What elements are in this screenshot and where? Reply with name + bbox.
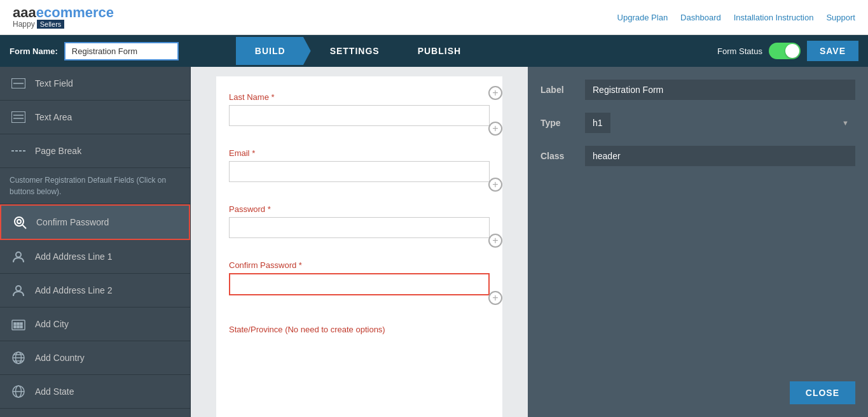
text-field-icon [10,74,27,92]
add-address-1-icon [10,248,27,265]
form-status-area: Form Status SAVE [717,41,858,61]
svg-point-9 [16,252,21,257]
add-address-1-label: Add Address Line 1 [35,251,112,262]
sidebar-section-text: Customer Registration Default Fields (Cl… [0,168,190,204]
svg-rect-13 [17,323,19,325]
tagline-happy: Happy [13,20,35,29]
tab-build[interactable]: BUILD [236,37,311,65]
label-field-input[interactable] [585,80,855,100]
confirm-password-input[interactable] [229,273,490,295]
sidebar-item-add-country[interactable]: Add Country [0,341,190,375]
add-address-2-label: Add Address Line 2 [35,285,112,295]
add-city-label: Add City [35,319,69,329]
form-inner: + Last Name * + Email * + Password * + [216,76,502,417]
top-navigation: aaaecommerce Happy Sellers Upgrade Plan … [0,0,868,35]
add-country-icon [10,349,27,367]
class-row: Class [541,146,855,166]
add-after-email-button[interactable]: + [488,178,502,192]
last-name-input[interactable] [229,105,490,126]
form-status-toggle[interactable] [769,43,801,59]
svg-point-10 [16,286,21,291]
form-field-email: Email * + [229,148,490,182]
sidebar-item-add-state[interactable]: Add State [0,375,190,409]
nav-links: Upgrade Plan Dashboard Installation Inst… [617,13,855,22]
text-field-label: Text Field [35,78,73,88]
sidebar-item-text-area[interactable]: Text Area [0,101,190,134]
support-link[interactable]: Support [826,13,855,22]
svg-rect-12 [14,323,16,325]
svg-rect-16 [17,326,19,328]
password-label: Password * [229,204,490,214]
add-country-label: Add Country [35,353,85,363]
installation-link[interactable]: Installation Instruction [734,13,814,22]
upgrade-plan-link[interactable]: Upgrade Plan [617,13,668,22]
svg-point-6 [15,217,24,226]
header-bar: Form Name: BUILD SETTINGS PUBLISH Form S… [0,35,868,67]
brand-ecommerce: ecommerce [36,4,114,20]
right-panel: Label Type h1 h2 h3 p Class CLOSE [528,67,868,417]
confirm-password-icon [11,213,29,231]
email-label: Email * [229,148,490,158]
sidebar-item-confirm-password[interactable]: Confirm Password [0,204,190,240]
dashboard-link[interactable]: Dashboard [680,13,721,22]
sidebar-item-text-field[interactable]: Text Field [0,67,190,101]
toggle-knob [785,44,799,58]
add-address-2-icon [10,281,27,299]
sidebar-item-add-address-1[interactable]: Add Address Line 1 [0,240,190,274]
text-area-icon [10,108,27,126]
type-select-wrapper: h1 h2 h3 p [585,113,855,133]
add-after-password-button[interactable]: + [488,234,502,248]
text-area-label: Text Area [35,112,72,122]
type-field-label: Type [541,118,579,128]
svg-rect-17 [20,326,22,328]
form-field-password: Password * + [229,204,490,238]
svg-rect-14 [20,323,22,325]
page-break-label: Page Break [35,146,81,156]
svg-rect-2 [11,111,25,123]
type-select[interactable]: h1 h2 h3 p [585,113,610,133]
form-field-confirm-password: Confirm Password * + [229,260,490,295]
tab-publish[interactable]: PUBLISH [399,37,480,65]
sidebar-item-add-phone[interactable]: Add Phone [0,409,190,417]
main-area: Text Field Text Area Page Break Customer… [0,67,868,417]
sidebar: Text Field Text Area Page Break Customer… [0,67,191,417]
svg-rect-15 [14,326,16,328]
label-field-label: Label [541,85,579,95]
add-state-label: Add State [35,386,74,397]
confirm-password-label: Confirm Password [36,217,109,227]
confirm-password-label: Confirm Password * [229,260,490,270]
form-canvas: + Last Name * + Email * + Password * + [191,67,528,417]
form-status-label: Form Status [717,46,762,56]
svg-point-8 [17,220,21,223]
email-input[interactable] [229,161,490,182]
password-input[interactable] [229,217,490,238]
svg-line-7 [23,225,27,229]
tab-settings[interactable]: SETTINGS [311,37,399,65]
sidebar-item-add-address-2[interactable]: Add Address Line 2 [0,274,190,307]
sidebar-item-page-break[interactable]: Page Break [0,134,190,168]
add-after-confirm-password-button[interactable]: + [488,291,502,305]
brand-tagline: Happy Sellers [13,20,114,29]
class-field-input[interactable] [585,146,855,166]
close-button[interactable]: CLOSE [790,381,855,404]
page-break-icon [10,142,27,160]
add-after-last-name-button[interactable]: + [488,122,502,136]
tabs-area: BUILD SETTINGS PUBLISH [236,37,711,65]
class-field-label: Class [541,151,579,161]
brand-name: aaaecommerce [13,6,114,20]
sidebar-item-add-city[interactable]: Add City [0,307,190,341]
top-add-field-button[interactable]: + [488,86,502,100]
tagline-sellers: Sellers [37,20,65,29]
add-state-icon [10,383,27,400]
form-name-input[interactable] [64,42,179,60]
form-name-label: Form Name: [10,46,58,56]
form-field-last-name: Last Name * + [229,92,490,126]
brand-aaa: aaa [13,4,36,20]
label-row: Label [541,80,855,100]
add-city-icon [10,315,27,333]
last-name-label: Last Name * [229,92,490,102]
save-button[interactable]: SAVE [807,41,858,61]
state-province-label: State/Province (No need to create option… [229,324,490,334]
brand-logo: aaaecommerce Happy Sellers [13,6,114,29]
type-row: Type h1 h2 h3 p [541,113,855,133]
